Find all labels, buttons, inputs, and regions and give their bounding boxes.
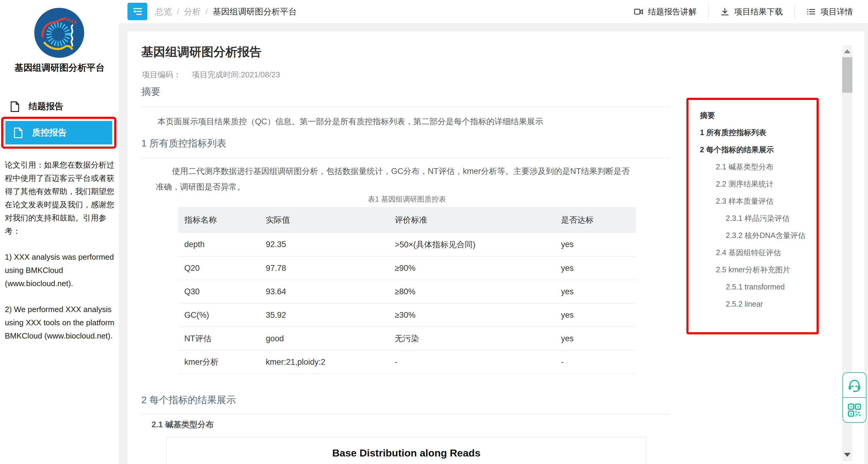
list-icon bbox=[806, 7, 816, 17]
metric-value-cell: good bbox=[260, 327, 389, 350]
project-code-label: 项目编码： bbox=[142, 69, 181, 80]
collapse-menu-icon bbox=[132, 6, 143, 17]
breadcrumb-item[interactable]: 基因组调研图分析平台 bbox=[213, 6, 297, 18]
action-download-button[interactable]: 项目结果下载 bbox=[708, 4, 794, 20]
toc-item[interactable]: 1 所有质控指标列表 bbox=[700, 128, 814, 137]
section2-heading: 2 每个指标的结果展示 bbox=[141, 394, 236, 407]
metric-name-cell: GC(%) bbox=[178, 303, 260, 327]
metric-name-cell[interactable]: kmer分析 bbox=[178, 350, 260, 374]
metric-standard-cell: - bbox=[389, 350, 555, 374]
metric-standard-cell: 无污染 bbox=[389, 327, 555, 350]
qrcode-icon bbox=[847, 403, 862, 417]
dna-logo: AAAA bbox=[34, 7, 85, 58]
download-icon bbox=[720, 7, 730, 17]
metric-pass-cell: yes bbox=[555, 256, 636, 280]
divider bbox=[141, 158, 671, 158]
breadcrumb-separator: / bbox=[206, 7, 208, 17]
citation-block: 论文引用：如果您在数据分析过程中使用了百迈客云平台或者获得了其他有效帮助，我们期… bbox=[5, 158, 117, 355]
qrcode-button[interactable] bbox=[843, 398, 866, 422]
metric-value-cell: 97.78 bbox=[260, 256, 389, 280]
action-video-button[interactable]: 结题报告讲解 bbox=[622, 4, 708, 20]
section2-1-heading: 2.1 碱基类型分布 bbox=[152, 419, 214, 430]
collapse-menu-button[interactable] bbox=[127, 3, 147, 20]
metric-pass-cell: yes bbox=[555, 280, 636, 303]
toc-item[interactable]: 摘要 bbox=[700, 111, 814, 120]
toc-item[interactable]: 2.3.2 核外DNA含量评估 bbox=[700, 231, 814, 240]
column-header: 是否达标 bbox=[555, 207, 636, 233]
table-row: depth92.35>50×(具体指标见合同)yes bbox=[178, 233, 636, 256]
metric-pass-cell: yes bbox=[555, 303, 636, 327]
annotation-box-qc-report: 质控报告 bbox=[1, 117, 116, 149]
scrollbar-up-arrow-icon[interactable] bbox=[844, 49, 850, 53]
video-icon bbox=[634, 7, 643, 17]
metric-standard-cell: ≥90% bbox=[389, 256, 555, 280]
column-header: 指标名称 bbox=[178, 207, 260, 233]
metric-standard-cell: ≥80% bbox=[389, 280, 555, 303]
breadcrumb-item[interactable]: 分析 bbox=[184, 6, 201, 18]
platform-title: 基因组调研图分析平台 bbox=[0, 62, 119, 74]
section1-heading: 1 所有质控指标列表 bbox=[141, 137, 226, 150]
metric-value-cell: 93.64 bbox=[260, 280, 389, 303]
table-row: kmer分析kmer:21,ploidy:2-- bbox=[178, 350, 636, 374]
headset-button[interactable] bbox=[843, 373, 866, 398]
toc-item[interactable]: 2.3.1 样品污染评估 bbox=[700, 214, 814, 223]
topbar: 总览/分析/基因组调研图分析平台 结题报告讲解项目结果下载项目详情 bbox=[0, 0, 868, 23]
citation-ref2: 2) We performed XXX analysis using XXX t… bbox=[5, 303, 117, 342]
toc-item[interactable]: 2.1 碱基类型分布 bbox=[700, 162, 814, 171]
action-label: 结题报告讲解 bbox=[648, 6, 696, 17]
column-header: 实际值 bbox=[260, 207, 389, 233]
base-distribution-chart-box: Base Distribution along Reads bbox=[166, 437, 646, 464]
column-header: 评价标准 bbox=[389, 207, 555, 233]
table-row: Q3093.64≥80%yes bbox=[178, 280, 636, 303]
sidebar-item-label: 质控报告 bbox=[32, 127, 67, 139]
toc-item[interactable]: 2.2 测序结果统计 bbox=[700, 179, 814, 188]
table-row: GC(%)35.92≥30%yes bbox=[178, 303, 636, 327]
table-row: NT评估good无污染yes bbox=[178, 327, 636, 350]
float-widget bbox=[842, 372, 867, 423]
action-label: 项目结果下载 bbox=[734, 6, 783, 17]
toc-item[interactable]: 2.4 基因组特征评估 bbox=[700, 248, 814, 257]
table-row: Q2097.78≥90%yes bbox=[178, 256, 636, 280]
action-list-button[interactable]: 项目详情 bbox=[794, 4, 854, 20]
sidebar-item-final-report[interactable]: 结题报告 bbox=[0, 97, 119, 116]
toc-item[interactable]: 2.5 kmer分析补充图片 bbox=[700, 265, 814, 274]
metric-name-cell: Q30 bbox=[178, 280, 260, 303]
toc-item[interactable]: 2.3 样本质量评估 bbox=[700, 197, 814, 205]
scrollbar-down-arrow-icon[interactable] bbox=[844, 453, 850, 457]
citation-ref1: 1) XXX analysis was performed using BMKC… bbox=[5, 250, 117, 290]
section1-text: 使用二代测序数据进行基因组调研图分析，包括数据量统计，GC分布，NT评估，kme… bbox=[156, 164, 636, 195]
qc-table-header-row: 指标名称实际值评价标准是否达标 bbox=[178, 207, 636, 233]
metric-value-cell: 92.35 bbox=[260, 233, 389, 256]
metric-name-cell: NT评估 bbox=[178, 327, 260, 350]
table-caption: 表1 基因组调研图质控表 bbox=[178, 194, 636, 204]
page-title: 基因组调研图分析报告 bbox=[141, 44, 261, 60]
report-meta: 项目编码： 项目完成时间:2021/08/23 bbox=[142, 69, 280, 80]
breadcrumb-item[interactable]: 总览 bbox=[155, 6, 172, 18]
metric-standard-cell: ≥30% bbox=[389, 303, 555, 327]
breadcrumb: 总览/分析/基因组调研图分析平台 bbox=[155, 0, 297, 23]
toc-item[interactable]: 2 每个指标的结果展示 bbox=[700, 145, 814, 154]
scrollbar-thumb[interactable] bbox=[842, 57, 852, 93]
action-label: 项目详情 bbox=[820, 6, 853, 17]
document-icon bbox=[13, 127, 23, 138]
toc-panel: 摘要1 所有质控指标列表2 每个指标的结果展示2.1 碱基类型分布2.2 测序结… bbox=[686, 98, 819, 334]
metric-pass-cell: yes bbox=[555, 233, 636, 256]
metric-value-cell: kmer:21,ploidy:2 bbox=[260, 350, 389, 374]
metric-standard-cell: >50×(具体指标见合同) bbox=[389, 233, 555, 256]
sidebar: AAAA 基因组调研图分析平台 结题报告 质控报告 论文引用：如果您在数据分析过… bbox=[0, 0, 119, 464]
topbar-actions: 结题报告讲解项目结果下载项目详情 bbox=[622, 0, 854, 23]
toc-item[interactable]: 2.5.1 transformed bbox=[700, 282, 814, 291]
qc-table: 指标名称实际值评价标准是否达标 depth92.35>50×(具体指标见合同)y… bbox=[178, 207, 636, 374]
project-finish-time: 项目完成时间:2021/08/23 bbox=[192, 69, 280, 80]
toc-item[interactable]: 2.5.2 linear bbox=[700, 299, 814, 309]
sidebar-item-qc-report[interactable]: 质控报告 bbox=[5, 121, 112, 144]
metric-pass-cell: yes bbox=[555, 327, 636, 350]
abstract-text: 本页面展示项目结果质控（QC）信息。第一部分是所有质控指标列表，第二部分是每个指… bbox=[141, 115, 671, 128]
toc-list: 摘要1 所有质控指标列表2 每个指标的结果展示2.1 碱基类型分布2.2 测序结… bbox=[700, 111, 814, 309]
divider bbox=[141, 414, 671, 414]
headset-icon bbox=[847, 378, 862, 393]
breadcrumb-separator: / bbox=[177, 7, 179, 17]
chart-title: Base Distribution along Reads bbox=[167, 447, 646, 459]
abstract-heading: 摘要 bbox=[141, 85, 160, 98]
metric-name-cell: Q20 bbox=[178, 256, 260, 280]
